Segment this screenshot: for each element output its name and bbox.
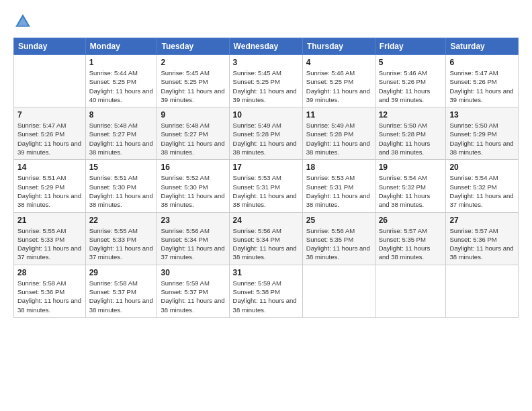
calendar-cell: 18Sunrise: 5:53 AMSunset: 5:31 PMDayligh… <box>302 160 375 212</box>
day-detail: Sunrise: 5:59 AMSunset: 5:38 PMDaylight:… <box>233 279 299 314</box>
calendar-cell: 23Sunrise: 5:56 AMSunset: 5:34 PMDayligh… <box>157 212 229 265</box>
day-detail: Sunrise: 5:53 AMSunset: 5:31 PMDaylight:… <box>233 173 299 209</box>
calendar-cell: 26Sunrise: 5:57 AMSunset: 5:35 PMDayligh… <box>375 212 446 265</box>
calendar-cell: 29Sunrise: 5:58 AMSunset: 5:37 PMDayligh… <box>85 265 157 317</box>
day-number: 14 <box>17 163 82 172</box>
calendar-cell: 3Sunrise: 5:45 AMSunset: 5:25 PMDaylight… <box>229 55 302 107</box>
day-detail: Sunrise: 5:54 AMSunset: 5:32 PMDaylight:… <box>379 173 443 209</box>
day-detail: Sunrise: 5:46 AMSunset: 5:26 PMDaylight:… <box>379 68 443 104</box>
day-number: 19 <box>379 163 443 172</box>
calendar-cell: 20Sunrise: 5:54 AMSunset: 5:32 PMDayligh… <box>446 160 519 212</box>
weekday-header-wednesday: Wednesday <box>229 38 302 55</box>
calendar-cell: 9Sunrise: 5:48 AMSunset: 5:27 PMDaylight… <box>157 107 229 160</box>
weekday-header-saturday: Saturday <box>446 38 519 55</box>
weekday-header-friday: Friday <box>375 38 446 55</box>
day-detail: Sunrise: 5:58 AMSunset: 5:36 PMDaylight:… <box>17 279 82 314</box>
week-row-2: 7Sunrise: 5:47 AMSunset: 5:26 PMDaylight… <box>14 107 519 160</box>
calendar-cell: 19Sunrise: 5:54 AMSunset: 5:32 PMDayligh… <box>375 160 446 212</box>
day-number: 13 <box>449 110 515 120</box>
day-number: 4 <box>306 58 371 67</box>
day-number: 22 <box>89 216 154 225</box>
header <box>13 12 519 31</box>
day-detail: Sunrise: 5:48 AMSunset: 5:27 PMDaylight:… <box>161 121 225 156</box>
day-detail: Sunrise: 5:49 AMSunset: 5:28 PMDaylight:… <box>306 121 371 156</box>
day-number: 18 <box>306 163 371 172</box>
day-detail: Sunrise: 5:51 AMSunset: 5:29 PMDaylight:… <box>17 173 82 209</box>
day-detail: Sunrise: 5:44 AMSunset: 5:25 PMDaylight:… <box>89 68 154 104</box>
calendar-cell: 24Sunrise: 5:56 AMSunset: 5:34 PMDayligh… <box>229 212 302 265</box>
calendar-cell <box>302 265 375 317</box>
calendar-cell: 6Sunrise: 5:47 AMSunset: 5:26 PMDaylight… <box>446 55 519 107</box>
logo <box>13 12 35 31</box>
weekday-header-row: SundayMondayTuesdayWednesdayThursdayFrid… <box>14 38 519 55</box>
calendar-cell <box>375 265 446 317</box>
week-row-3: 14Sunrise: 5:51 AMSunset: 5:29 PMDayligh… <box>14 160 519 212</box>
calendar-cell: 15Sunrise: 5:51 AMSunset: 5:30 PMDayligh… <box>85 160 157 212</box>
day-number: 9 <box>161 110 225 120</box>
day-number: 7 <box>17 110 82 120</box>
day-detail: Sunrise: 5:49 AMSunset: 5:28 PMDaylight:… <box>233 121 299 156</box>
day-number: 30 <box>161 268 225 277</box>
day-detail: Sunrise: 5:46 AMSunset: 5:25 PMDaylight:… <box>306 68 371 104</box>
day-number: 21 <box>17 216 82 225</box>
calendar-cell: 21Sunrise: 5:55 AMSunset: 5:33 PMDayligh… <box>14 212 86 265</box>
day-number: 26 <box>379 216 443 225</box>
calendar-cell: 11Sunrise: 5:49 AMSunset: 5:28 PMDayligh… <box>302 107 375 160</box>
weekday-header-thursday: Thursday <box>302 38 375 55</box>
day-number: 6 <box>449 58 515 67</box>
calendar-table: SundayMondayTuesdayWednesdayThursdayFrid… <box>13 38 519 318</box>
day-number: 31 <box>233 268 299 277</box>
day-detail: Sunrise: 5:53 AMSunset: 5:31 PMDaylight:… <box>306 173 371 209</box>
day-detail: Sunrise: 5:47 AMSunset: 5:26 PMDaylight:… <box>449 68 515 104</box>
calendar-cell: 4Sunrise: 5:46 AMSunset: 5:25 PMDaylight… <box>302 55 375 107</box>
day-detail: Sunrise: 5:47 AMSunset: 5:26 PMDaylight:… <box>17 121 82 156</box>
day-number: 11 <box>306 110 371 120</box>
calendar-cell: 14Sunrise: 5:51 AMSunset: 5:29 PMDayligh… <box>14 160 86 212</box>
day-detail: Sunrise: 5:59 AMSunset: 5:37 PMDaylight:… <box>161 279 225 314</box>
day-detail: Sunrise: 5:51 AMSunset: 5:30 PMDaylight:… <box>89 173 154 209</box>
day-number: 23 <box>161 216 225 225</box>
day-detail: Sunrise: 5:55 AMSunset: 5:33 PMDaylight:… <box>17 226 82 262</box>
week-row-1: 1Sunrise: 5:44 AMSunset: 5:25 PMDaylight… <box>14 55 519 107</box>
day-number: 2 <box>161 58 225 67</box>
calendar-cell: 27Sunrise: 5:57 AMSunset: 5:36 PMDayligh… <box>446 212 519 265</box>
day-detail: Sunrise: 5:55 AMSunset: 5:33 PMDaylight:… <box>89 226 154 262</box>
day-number: 29 <box>89 268 154 277</box>
day-number: 25 <box>306 216 371 225</box>
day-detail: Sunrise: 5:45 AMSunset: 5:25 PMDaylight:… <box>233 68 299 104</box>
day-number: 8 <box>89 110 154 120</box>
calendar-cell: 25Sunrise: 5:56 AMSunset: 5:35 PMDayligh… <box>302 212 375 265</box>
calendar-cell: 12Sunrise: 5:50 AMSunset: 5:28 PMDayligh… <box>375 107 446 160</box>
day-detail: Sunrise: 5:52 AMSunset: 5:30 PMDaylight:… <box>161 173 225 209</box>
day-number: 16 <box>161 163 225 172</box>
day-number: 3 <box>233 58 299 67</box>
calendar-cell: 1Sunrise: 5:44 AMSunset: 5:25 PMDaylight… <box>85 55 157 107</box>
day-detail: Sunrise: 5:56 AMSunset: 5:35 PMDaylight:… <box>306 226 371 262</box>
day-detail: Sunrise: 5:57 AMSunset: 5:35 PMDaylight:… <box>379 226 443 262</box>
day-number: 28 <box>17 268 82 277</box>
calendar-cell <box>446 265 519 317</box>
calendar-cell: 10Sunrise: 5:49 AMSunset: 5:28 PMDayligh… <box>229 107 302 160</box>
day-number: 5 <box>379 58 443 67</box>
calendar-cell: 13Sunrise: 5:50 AMSunset: 5:29 PMDayligh… <box>446 107 519 160</box>
day-detail: Sunrise: 5:50 AMSunset: 5:29 PMDaylight:… <box>449 121 515 156</box>
logo-icon <box>13 12 32 31</box>
weekday-header-monday: Monday <box>85 38 157 55</box>
calendar-cell: 28Sunrise: 5:58 AMSunset: 5:36 PMDayligh… <box>14 265 86 317</box>
day-number: 24 <box>233 216 299 225</box>
day-number: 1 <box>89 58 154 67</box>
calendar-cell: 2Sunrise: 5:45 AMSunset: 5:25 PMDaylight… <box>157 55 229 107</box>
day-number: 27 <box>449 216 515 225</box>
weekday-header-tuesday: Tuesday <box>157 38 229 55</box>
day-detail: Sunrise: 5:56 AMSunset: 5:34 PMDaylight:… <box>233 226 299 262</box>
day-number: 20 <box>449 163 515 172</box>
day-detail: Sunrise: 5:45 AMSunset: 5:25 PMDaylight:… <box>161 68 225 104</box>
day-number: 12 <box>379 110 443 120</box>
calendar-cell: 22Sunrise: 5:55 AMSunset: 5:33 PMDayligh… <box>85 212 157 265</box>
calendar-cell: 16Sunrise: 5:52 AMSunset: 5:30 PMDayligh… <box>157 160 229 212</box>
week-row-5: 28Sunrise: 5:58 AMSunset: 5:36 PMDayligh… <box>14 265 519 317</box>
day-detail: Sunrise: 5:57 AMSunset: 5:36 PMDaylight:… <box>449 226 515 262</box>
day-detail: Sunrise: 5:50 AMSunset: 5:28 PMDaylight:… <box>379 121 443 156</box>
page-container: SundayMondayTuesdayWednesdayThursdayFrid… <box>0 0 532 411</box>
calendar-cell: 31Sunrise: 5:59 AMSunset: 5:38 PMDayligh… <box>229 265 302 317</box>
